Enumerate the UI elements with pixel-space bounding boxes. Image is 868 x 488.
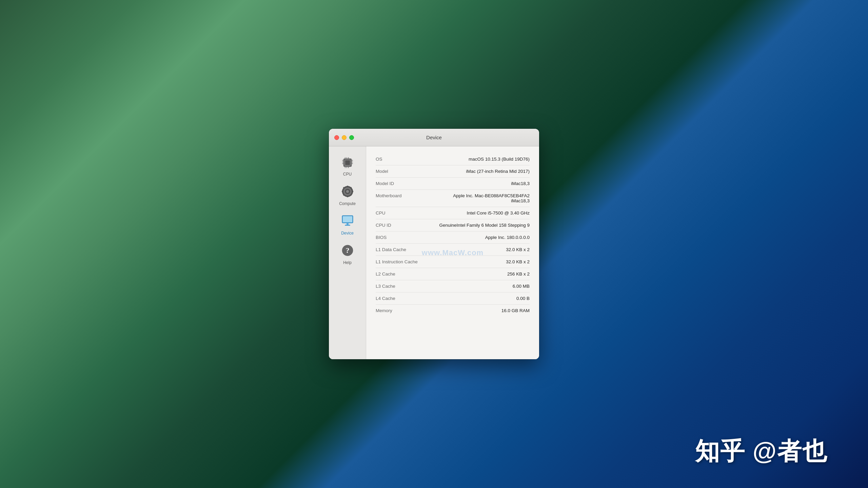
info-value: iMac18,3: [423, 181, 530, 186]
svg-rect-13: [352, 162, 353, 162]
info-label: CPU: [376, 210, 423, 216]
info-value: 6.00 MB: [423, 284, 530, 289]
traffic-lights: [334, 135, 354, 140]
svg-rect-21: [352, 191, 353, 192]
svg-rect-8: [348, 167, 349, 168]
svg-rect-14: [352, 163, 353, 164]
table-row: L4 Cache0.00 B: [376, 292, 530, 305]
close-button[interactable]: [334, 135, 339, 140]
zhihu-watermark: 知乎 @者也: [695, 435, 827, 468]
info-label: L4 Cache: [376, 296, 423, 301]
info-label: L1 Data Cache: [376, 247, 423, 252]
svg-rect-28: [343, 216, 352, 222]
info-label: CPU ID: [376, 223, 423, 228]
info-value: iMac (27-inch Retina Mid 2017): [423, 169, 530, 174]
svg-rect-2: [345, 160, 350, 165]
svg-rect-11: [342, 163, 343, 164]
info-table: OSmacOS 10.15.3 (Build 19D76)ModeliMac (…: [376, 153, 530, 317]
svg-point-26: [346, 190, 349, 193]
window-content: CPU: [329, 146, 539, 359]
svg-rect-12: [352, 160, 353, 161]
maximize-button[interactable]: [349, 135, 354, 140]
window-title: Device: [426, 135, 442, 140]
sidebar-item-compute[interactable]: Compute: [332, 181, 363, 209]
svg-rect-7: [347, 167, 347, 168]
info-label: L3 Cache: [376, 284, 423, 289]
svg-text:?: ?: [346, 246, 349, 255]
info-label: L2 Cache: [376, 271, 423, 277]
table-row: ModeliMac (27-inch Retina Mid 2017): [376, 165, 530, 178]
table-row: MotherboardApple Inc. Mac-BE088AF8C5EB4F…: [376, 190, 530, 207]
table-row: L2 Cache256 KB x 2: [376, 268, 530, 280]
info-label: BIOS: [376, 235, 423, 240]
info-label: Motherboard: [376, 193, 423, 198]
table-row: Memory16.0 GB RAM: [376, 305, 530, 317]
svg-rect-19: [347, 196, 348, 197]
main-content: www.MacW.com OSmacOS 10.15.3 (Build 19D7…: [366, 146, 539, 359]
svg-rect-29: [347, 223, 349, 225]
table-row: BIOSApple Inc. 180.0.0.0.0: [376, 231, 530, 244]
table-row: L1 Data Cache32.0 KB x 2: [376, 244, 530, 256]
svg-rect-10: [342, 162, 343, 162]
info-label: Memory: [376, 308, 423, 313]
info-value: Apple Inc. 180.0.0.0.0: [423, 235, 530, 240]
device-window: Device: [329, 129, 539, 359]
svg-rect-20: [342, 191, 343, 192]
svg-rect-6: [345, 167, 346, 168]
sidebar-compute-label: Compute: [339, 201, 356, 206]
sidebar-device-label: Device: [341, 231, 354, 236]
table-row: L1 Instruction Cache32.0 KB x 2: [376, 256, 530, 268]
info-label: OS: [376, 157, 423, 162]
svg-rect-30: [345, 225, 350, 226]
svg-rect-5: [348, 157, 349, 159]
info-label: Model ID: [376, 181, 423, 186]
svg-rect-3: [345, 157, 346, 159]
info-value: 32.0 KB x 2: [423, 247, 530, 252]
info-value: macOS 10.15.3 (Build 19D76): [423, 157, 530, 162]
info-value: Intel Core i5-7500 @ 3.40 GHz: [423, 210, 530, 216]
sidebar-help-label: Help: [343, 260, 352, 265]
device-icon: [341, 214, 354, 229]
table-row: L3 Cache6.00 MB: [376, 280, 530, 292]
svg-rect-4: [347, 157, 347, 159]
sidebar-item-device[interactable]: Device: [332, 211, 363, 239]
sidebar-cpu-label: CPU: [343, 172, 352, 177]
svg-rect-9: [342, 160, 343, 161]
title-bar: Device: [329, 129, 539, 146]
info-label: Model: [376, 169, 423, 174]
minimize-button[interactable]: [342, 135, 347, 140]
table-row: CPUIntel Core i5-7500 @ 3.40 GHz: [376, 207, 530, 219]
info-value: 256 KB x 2: [423, 271, 530, 277]
sidebar-item-cpu[interactable]: CPU: [332, 152, 363, 180]
info-value: 16.0 GB RAM: [423, 308, 530, 313]
compute-icon: [341, 185, 354, 200]
info-value: 0.00 B: [423, 296, 530, 301]
info-value: Apple Inc. Mac-BE088AF8C5EB4FA2iMac18,3: [423, 193, 530, 203]
help-icon: ?: [341, 244, 354, 259]
cpu-icon: [340, 155, 355, 170]
info-label: L1 Instruction Cache: [376, 259, 423, 264]
table-row: OSmacOS 10.15.3 (Build 19D76): [376, 153, 530, 165]
table-row: Model IDiMac18,3: [376, 178, 530, 190]
info-value: GenuineIntel Family 6 Model 158 Stepping…: [423, 223, 530, 228]
info-value: 32.0 KB x 2: [423, 259, 530, 264]
table-row: CPU IDGenuineIntel Family 6 Model 158 St…: [376, 219, 530, 231]
sidebar: CPU: [329, 146, 366, 359]
svg-rect-18: [347, 186, 348, 187]
sidebar-item-help[interactable]: ? Help: [332, 240, 363, 268]
